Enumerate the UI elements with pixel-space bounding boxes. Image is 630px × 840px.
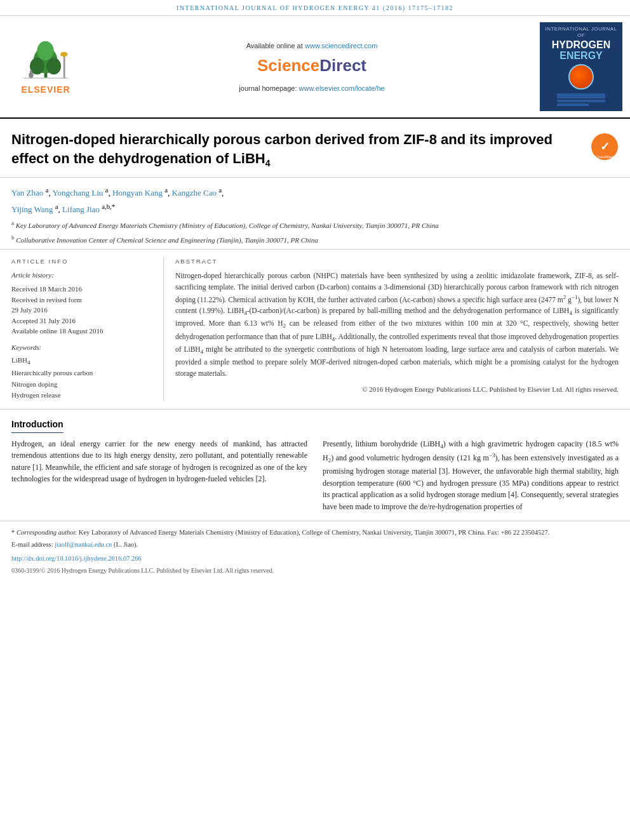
- journal-logo-box: International Journal of HYDROGENENERGY: [540, 22, 622, 111]
- journal-homepage-line: journal homepage: www.elsevier.com/locat…: [239, 84, 384, 93]
- intro-left-text: Hydrogen, an ideal energy carrier for th…: [11, 438, 307, 485]
- svg-rect-13: [557, 100, 605, 102]
- svg-text:CrossMark: CrossMark: [595, 155, 614, 159]
- author-yan-zhao[interactable]: Yan Zhao: [11, 188, 43, 197]
- article-title: Nitrogen-doped hierarchically porous car…: [11, 130, 584, 170]
- article-info-abstract-section: ARTICLE INFO Article history: Received 1…: [0, 250, 630, 410]
- keyword-3: Nitrogen doping: [11, 379, 152, 390]
- sciencedirect-brand: ScienceDirect: [257, 54, 366, 77]
- doi-line: http://dx.doi.org/10.1016/j.ijhydene.201…: [11, 552, 619, 564]
- svg-rect-14: [557, 103, 589, 106]
- svg-point-8: [60, 52, 67, 57]
- doi-link[interactable]: http://dx.doi.org/10.1016/j.ijhydene.201…: [11, 555, 142, 562]
- journal-logo-circle-icon: [568, 64, 594, 90]
- journal-homepage-url[interactable]: www.elsevier.com/locate/he: [299, 84, 385, 92]
- elsevier-logo: ELSEVIER: [8, 22, 84, 111]
- journal-header-center: Available online at www.sciencedirect.co…: [90, 22, 533, 111]
- accepted-date: Accepted 31 July 2016: [11, 316, 152, 326]
- affiliation-a: a Key Laboratory of Advanced Energy Mate…: [11, 219, 619, 230]
- title-section: Nitrogen-doped hierarchically porous car…: [0, 119, 630, 178]
- page-wrapper: INTERNATIONAL JOURNAL OF HYDROGEN ENERGY…: [0, 0, 630, 579]
- direct-text: Direct: [319, 56, 366, 75]
- received-date: Received 18 March 2016: [11, 284, 152, 295]
- article-info-column: ARTICLE INFO Article history: Received 1…: [11, 257, 164, 401]
- authors-line: Yan Zhao a, Yongchang Liu a, Hongyan Kan…: [11, 184, 619, 217]
- intro-right-col: Presently, lithium borohydride (LiBH4) w…: [323, 438, 619, 513]
- svg-point-4: [46, 58, 61, 74]
- email-line: E-mail address: jiaolf@nankai.edu.cn (L.…: [11, 540, 619, 550]
- journal-logo-energy: ENERGY: [560, 50, 603, 61]
- abstract-column: ABSTRACT Nitrogen-doped hierarchically p…: [164, 257, 619, 401]
- elsevier-brand: ELSEVIER: [21, 84, 70, 97]
- journal-logo-title-line1: International Journal of: [544, 26, 619, 39]
- journal-logo-main: HYDROGENENERGY: [552, 39, 610, 62]
- science-text: Science: [257, 56, 319, 75]
- elsevier-tree-icon: [20, 37, 71, 81]
- author-hongyan-kang[interactable]: Hongyan Kang: [112, 188, 163, 197]
- available-online-line: Available online at www.sciencedirect.co…: [246, 40, 378, 51]
- revised-date: Received in revised form29 July 2016: [11, 295, 152, 316]
- affiliation-b: b Collaborative Innovation Center of Che…: [11, 234, 619, 245]
- footer-copyright: 0360-3199/© 2016 Hydrogen Energy Publica…: [11, 566, 619, 575]
- journal-banner: INTERNATIONAL JOURNAL OF HYDROGEN ENERGY…: [0, 0, 630, 16]
- svg-rect-7: [64, 56, 65, 79]
- svg-text:✓: ✓: [600, 140, 610, 153]
- svg-rect-10: [30, 70, 32, 76]
- abstract-copyright: © 2016 Hydrogen Energy Publications LLC.…: [175, 385, 619, 394]
- authors-section: Yan Zhao a, Yongchang Liu a, Hongyan Kan…: [0, 178, 630, 250]
- keywords-label: Keywords:: [11, 343, 152, 352]
- intro-right-text: Presently, lithium borohydride (LiBH4) w…: [323, 438, 619, 513]
- keyword-1: LiBH4: [11, 355, 152, 368]
- keyword-4: Hydrogen release: [11, 390, 152, 401]
- banner-text: INTERNATIONAL JOURNAL OF HYDROGEN ENERGY…: [177, 4, 453, 11]
- author-yongchang-liu[interactable]: Yongchang Liu: [52, 188, 103, 197]
- footer-section: * Corresponding author. Key Laboratory o…: [0, 521, 630, 580]
- history-label: Article history:: [11, 270, 152, 280]
- author-kangzhe-cao[interactable]: Kangzhe Cao: [172, 188, 217, 197]
- email-link[interactable]: jiaolf@nankai.edu.cn: [55, 541, 112, 548]
- sciencedirect-url[interactable]: www.sciencedirect.com: [305, 42, 377, 50]
- journal-logo-decoration: [556, 92, 607, 107]
- abstract-text: Nitrogen-doped hierarchically porous car…: [175, 270, 619, 380]
- introduction-body: Hydrogen, an ideal energy carrier for th…: [0, 438, 630, 513]
- article-info-label: ARTICLE INFO: [11, 257, 152, 265]
- author-lifang-jiao[interactable]: Lifang Jiao: [62, 204, 100, 214]
- svg-rect-12: [557, 93, 605, 98]
- corresponding-author-note: * Corresponding author. Key Laboratory o…: [11, 528, 619, 538]
- introduction-heading: Introduction: [11, 418, 64, 433]
- introduction-heading-section: Introduction: [0, 410, 630, 438]
- svg-point-5: [37, 41, 53, 60]
- available-date: Available online 18 August 2016: [11, 326, 152, 337]
- abstract-label: ABSTRACT: [175, 257, 619, 265]
- keyword-2: Hierarchically porous carbon: [11, 368, 152, 379]
- author-yijing-wang[interactable]: Yijing Wang: [11, 204, 53, 214]
- journal-header: ELSEVIER Available online at www.science…: [0, 16, 630, 119]
- intro-left-col: Hydrogen, an ideal energy carrier for th…: [11, 438, 307, 513]
- crossmark-badge-icon[interactable]: ✓ CrossMark: [591, 133, 619, 161]
